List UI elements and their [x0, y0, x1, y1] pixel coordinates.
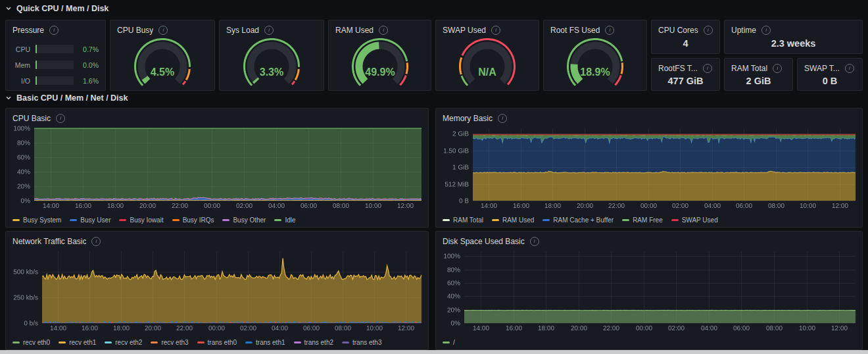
grafana-dashboard: Quick CPU / Mem / Disk Pressure i CPU 0.…	[0, 0, 868, 354]
panel-swap-used: SWAP Usedi N/A	[435, 20, 539, 91]
legend-item-recv-eth0[interactable]: recv eth0	[12, 339, 50, 346]
pressure-bar-fill	[36, 76, 37, 85]
panel-network-traffic-basic: Network Traffic Basici recv eth0recv eth…	[5, 231, 429, 350]
section-header-basic[interactable]: Basic CPU / Mem / Net / Disk	[5, 93, 128, 103]
panel-disk-space-used-basic: Disk Space Used Basici /	[435, 231, 863, 350]
memory-basic-chart[interactable]	[439, 124, 859, 213]
legend-item-trans-eth1[interactable]: trans eth1	[245, 339, 285, 346]
legend-color-dash	[542, 219, 550, 221]
legend-color-dash	[119, 219, 126, 221]
ram-used-gauge: 49.9%	[329, 34, 431, 89]
gauge-value: 3.3%	[260, 66, 283, 78]
panel-title[interactable]: Uptime	[731, 26, 756, 35]
pressure-label: I/O	[12, 77, 30, 85]
legend-item-idle[interactable]: Idle	[274, 216, 295, 224]
pressure-label: Mem	[12, 61, 30, 69]
legend-item-busy-user[interactable]: Busy User	[70, 216, 110, 224]
gauge-value: 18.9%	[580, 66, 610, 78]
panel-cpu-busy: CPU Busyi 4.5%	[110, 20, 215, 91]
chevron-down-icon	[5, 5, 12, 12]
info-icon[interactable]: i	[773, 64, 782, 73]
info-icon[interactable]: i	[703, 64, 712, 73]
legend-label: RAM Used	[502, 216, 534, 224]
info-icon[interactable]: i	[91, 237, 101, 246]
panel-sys-load: Sys Loadi 3.3%	[219, 20, 324, 91]
cpu-basic-legend: Busy SystemBusy UserBusy IowaitBusy IRQs…	[12, 215, 425, 225]
info-icon[interactable]: i	[49, 26, 59, 35]
legend-item-[interactable]: /	[443, 339, 455, 346]
stat-value: 2.3 weeks	[725, 35, 862, 52]
legend-item-busy-irqs[interactable]: Busy IRQs	[172, 216, 214, 224]
legend-color-dash	[12, 341, 20, 343]
panel-ram-total: RAM Totali 2 GiB	[724, 58, 793, 91]
gauge-value: N/A	[478, 66, 496, 78]
cpu-basic-chart[interactable]	[9, 124, 425, 213]
legend-item-busy-system[interactable]: Busy System	[12, 216, 61, 224]
panel-title[interactable]: Network Traffic Basic	[12, 237, 86, 246]
legend-item-recv-eth3[interactable]: recv eth3	[151, 339, 188, 346]
legend-color-dash	[197, 341, 205, 343]
legend-label: SWAP Used	[682, 216, 718, 224]
legend-color-dash	[222, 219, 229, 221]
panel-title[interactable]: RootFS T...	[658, 64, 698, 73]
disk-space-legend: /	[443, 338, 859, 347]
panel-title[interactable]: Memory Basic	[443, 114, 493, 123]
pressure-row: Mem 0.0%	[6, 61, 105, 69]
legend-label: trans eth0	[208, 339, 237, 346]
pressure-bar-fill	[36, 45, 37, 53]
disk-space-used-basic-canvas[interactable]	[439, 247, 859, 335]
legend-item-ram-used[interactable]: RAM Used	[492, 216, 534, 224]
legend-label: Busy Iowait	[130, 216, 163, 224]
panel-ram-used: RAM Usedi 49.9%	[328, 20, 431, 91]
network-traffic-basic-canvas[interactable]	[9, 247, 425, 335]
disk-space-chart[interactable]	[439, 247, 859, 335]
legend-item-busy-other[interactable]: Busy Other	[222, 216, 266, 224]
panel-title[interactable]: RAM Total	[731, 64, 767, 73]
panel-title[interactable]: CPU Basic	[12, 114, 51, 123]
pressure-bar-fill	[36, 61, 37, 69]
legend-color-dash	[151, 341, 158, 343]
legend-item-swap-used[interactable]: SWAP Used	[671, 216, 718, 224]
legend-item-ram-cache-buffer[interactable]: RAM Cache + Buffer	[542, 216, 614, 224]
legend-item-ram-free[interactable]: RAM Free	[622, 216, 663, 224]
panel-cpu-basic: CPU Basici Busy SystemBusy UserBusy Iowa…	[5, 108, 429, 228]
gauge-value: 4.5%	[151, 66, 174, 78]
legend-item-recv-eth1[interactable]: recv eth1	[59, 339, 96, 346]
legend-item-busy-iowait[interactable]: Busy Iowait	[119, 216, 163, 224]
legend-color-dash	[105, 341, 112, 343]
info-icon[interactable]: i	[761, 26, 771, 35]
pressure-value: 0.0%	[74, 61, 99, 69]
info-icon[interactable]: i	[845, 64, 854, 73]
legend-color-dash	[274, 219, 281, 221]
legend-label: recv eth1	[69, 339, 96, 346]
memory-basic-legend: RAM TotalRAM UsedRAM Cache + BufferRAM F…	[443, 215, 859, 225]
legend-color-dash	[172, 219, 180, 221]
legend-color-dash	[671, 219, 679, 221]
legend-label: Busy System	[23, 216, 61, 224]
panel-title[interactable]: Pressure	[12, 26, 44, 35]
panel-title[interactable]: SWAP T...	[804, 64, 840, 73]
legend-item-trans-eth0[interactable]: trans eth0	[197, 339, 237, 346]
cpu-busy-gauge: 4.5%	[110, 34, 214, 89]
horizontal-scrollbar[interactable]	[0, 350, 868, 354]
network-traffic-chart[interactable]	[9, 247, 425, 335]
legend-item-ram-total[interactable]: RAM Total	[443, 216, 483, 224]
memory-basic-canvas[interactable]	[439, 124, 859, 213]
legend-label: RAM Total	[453, 216, 483, 224]
info-icon[interactable]: i	[56, 114, 65, 123]
panel-uptime: Uptimei 2.3 weeks	[724, 20, 863, 54]
swap-used-gauge: N/A	[436, 34, 539, 89]
legend-color-dash	[342, 341, 349, 343]
section-header-quick[interactable]: Quick CPU / Mem / Disk	[5, 4, 108, 13]
legend-item-trans-eth2[interactable]: trans eth2	[294, 339, 333, 346]
legend-color-dash	[12, 219, 20, 221]
panel-title[interactable]: CPU Cores	[658, 26, 698, 35]
info-icon[interactable]: i	[498, 114, 507, 123]
info-icon[interactable]: i	[530, 237, 539, 246]
legend-item-trans-eth3[interactable]: trans eth3	[342, 339, 381, 346]
panel-title[interactable]: Disk Space Used Basic	[443, 237, 525, 246]
info-icon[interactable]: i	[704, 26, 713, 35]
cpu-basic-canvas[interactable]	[9, 124, 425, 213]
legend-color-dash	[443, 219, 450, 221]
legend-item-recv-eth2[interactable]: recv eth2	[105, 339, 142, 346]
